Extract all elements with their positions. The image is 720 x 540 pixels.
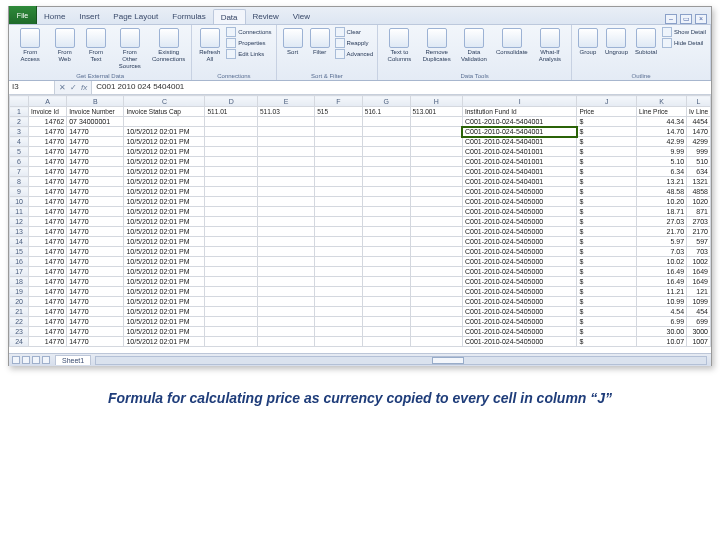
row-header[interactable]: 7 [10,167,29,177]
cell[interactable]: C001-2010-024-5405000 [462,337,576,347]
cell[interactable]: 5.97 [636,237,686,247]
file-tab[interactable]: File [9,6,37,24]
cell[interactable]: C001-2010-024-5401001 [462,157,576,167]
cell[interactable] [205,127,257,137]
cell[interactable]: 14770 [67,257,124,267]
cell[interactable] [257,327,314,337]
col-header-H[interactable]: H [410,96,462,107]
cell[interactable] [410,157,462,167]
tab-home[interactable]: Home [37,9,72,24]
row-header[interactable]: 15 [10,247,29,257]
cell[interactable] [362,277,410,287]
cell[interactable]: C001-2010-024-5405000 [462,237,576,247]
header-cell[interactable]: Invoice Number [67,107,124,117]
cell[interactable] [410,147,462,157]
header-cell[interactable]: Iv Line [687,107,711,117]
cell[interactable] [410,287,462,297]
cell[interactable] [362,177,410,187]
cell[interactable]: $ [577,167,637,177]
cell[interactable]: 14770 [29,287,67,297]
cell[interactable] [315,157,363,167]
row-header[interactable]: 20 [10,297,29,307]
cell[interactable] [410,207,462,217]
cell[interactable] [257,317,314,327]
cell[interactable] [410,197,462,207]
cell[interactable] [410,177,462,187]
cell[interactable]: 14770 [29,197,67,207]
col-header-I[interactable]: I [462,96,576,107]
cell[interactable]: 14770 [67,177,124,187]
cell[interactable] [257,287,314,297]
header-cell[interactable]: Invoice Id [29,107,67,117]
tab-view[interactable]: View [286,9,317,24]
col-header-L[interactable]: L [687,96,711,107]
cell[interactable]: 14770 [29,237,67,247]
cell[interactable]: 4299 [687,137,711,147]
col-header-K[interactable]: K [636,96,686,107]
cell[interactable]: 14770 [67,267,124,277]
cell[interactable]: 44.34 [636,117,686,127]
cell[interactable]: C001-2010-024-5404001 [462,127,576,137]
cell[interactable] [124,117,205,127]
fx-icon[interactable]: fx [81,83,87,92]
row-header[interactable]: 19 [10,287,29,297]
cell[interactable]: 10.07 [636,337,686,347]
cell[interactable] [362,237,410,247]
cell[interactable] [362,337,410,347]
cell[interactable]: 21.70 [636,227,686,237]
cell[interactable] [257,277,314,287]
cell[interactable] [315,137,363,147]
cell[interactable]: 10/5/2012 02:01 PM [124,317,205,327]
cell[interactable]: 14770 [29,337,67,347]
row-header[interactable]: 23 [10,327,29,337]
cell[interactable]: 10/5/2012 02:01 PM [124,217,205,227]
cell[interactable] [315,247,363,257]
cell[interactable] [257,157,314,167]
col-header-A[interactable]: A [29,96,67,107]
cell[interactable] [257,217,314,227]
cell[interactable]: 14770 [67,337,124,347]
cell[interactable]: 10.02 [636,257,686,267]
sheet-tab[interactable]: Sheet1 [55,355,91,365]
formula-input[interactable]: C001 2010 024 5404001 [92,81,711,94]
cell[interactable] [315,307,363,317]
row-header[interactable]: 3 [10,127,29,137]
cell[interactable]: 14770 [29,277,67,287]
cell[interactable] [257,117,314,127]
cell[interactable] [362,127,410,137]
cell[interactable] [362,307,410,317]
cell[interactable]: 10.99 [636,297,686,307]
row-header[interactable]: 6 [10,157,29,167]
cell[interactable]: $ [577,337,637,347]
cell[interactable]: C001-2010-024-5404001 [462,177,576,187]
cell[interactable] [205,307,257,317]
cell[interactable]: 1649 [687,277,711,287]
header-cell[interactable]: Line Price [636,107,686,117]
col-header-D[interactable]: D [205,96,257,107]
cell[interactable] [362,287,410,297]
cell[interactable]: 4454 [687,117,711,127]
cell[interactable]: 14770 [29,207,67,217]
cell[interactable]: 14770 [67,227,124,237]
row-header[interactable]: 16 [10,257,29,267]
cell[interactable]: C001-2010-024-5405000 [462,327,576,337]
cell[interactable] [315,217,363,227]
col-header-E[interactable]: E [257,96,314,107]
cell[interactable] [362,247,410,257]
cell[interactable]: 10/5/2012 02:01 PM [124,247,205,257]
cell[interactable]: C001-2010-024-5404001 [462,167,576,177]
cell[interactable]: C001-2010-024-5405000 [462,267,576,277]
cell[interactable]: $ [577,327,637,337]
cell[interactable]: 14770 [29,227,67,237]
cell[interactable]: 2703 [687,217,711,227]
cell[interactable] [362,147,410,157]
cell[interactable]: 14770 [29,217,67,227]
cell[interactable]: 9.99 [636,147,686,157]
cell[interactable] [257,247,314,257]
cell[interactable]: 699 [687,317,711,327]
cell[interactable]: $ [577,117,637,127]
cell[interactable] [410,307,462,317]
col-header-G[interactable]: G [362,96,410,107]
cell[interactable]: 10/5/2012 02:01 PM [124,127,205,137]
from-access-button[interactable]: From Access [13,27,47,64]
